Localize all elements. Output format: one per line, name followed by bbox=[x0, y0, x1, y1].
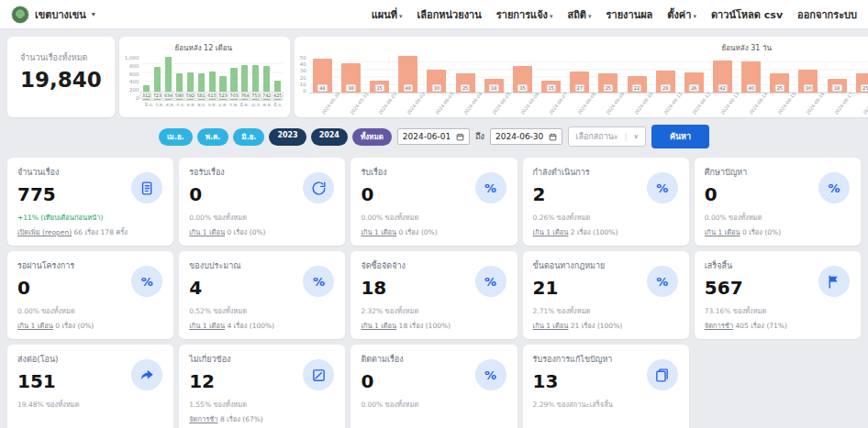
status-card-8: จัดซื้อจัดจ้าง18%2.32% ของทั้งหมดเกิน 1 … bbox=[351, 251, 517, 339]
filter-pill-6[interactable]: ทั้งหมด bbox=[352, 128, 392, 146]
x-tick-label: พ.ค. bbox=[263, 101, 273, 108]
menu-item-1[interactable]: แผนที่▾ bbox=[372, 6, 403, 23]
card-sub-rest: 2 เรื่อง (100%) bbox=[568, 228, 618, 236]
chart-31-days: 5040302010044381548302518351527252228264… bbox=[300, 55, 868, 112]
plot-area: 4438154830251835152725222826424025301825… bbox=[309, 55, 868, 93]
percent-icon: % bbox=[818, 172, 850, 203]
bar-value-label: 25 bbox=[775, 84, 785, 92]
calendar-icon bbox=[549, 133, 557, 141]
filter-pill-2[interactable]: พ.ค. bbox=[197, 128, 229, 146]
bar-2024-06-12: 26 bbox=[684, 72, 704, 93]
bar-2024-05-31: 38 bbox=[341, 63, 361, 93]
card-percentage: 2.71% ของทั้งหมด bbox=[533, 305, 679, 316]
search-button[interactable]: ค้นหา bbox=[651, 125, 709, 148]
bar-2024-06-13: 42 bbox=[713, 60, 732, 93]
status-card-5: ศึกษาปัญหา0%0.00% ของทั้งหมดเกิน 1 เดือน… bbox=[695, 158, 861, 246]
percent-icon: % bbox=[131, 266, 162, 297]
x-tick-label: 2024-06-03 bbox=[434, 91, 463, 122]
status-select-placeholder: เลือกสถานะ bbox=[575, 130, 618, 143]
status-select[interactable]: เลือกสถานะ | ∨ bbox=[568, 126, 646, 147]
x-tick-label: 2024-06-08 bbox=[576, 91, 606, 122]
card-sub-link[interactable]: จัดการช้า bbox=[189, 415, 217, 423]
x-axis: มิ.ย.ก.ค.ส.ค.ก.ย.ต.ค.พ.ย.ธ.ค.ม.ค.ก.พ.มี.… bbox=[145, 101, 283, 108]
x-tick-label: 2024-06-10 bbox=[633, 91, 662, 122]
status-card-4: กำลังดำเนินการ2%0.26% ของทั้งหมดเกิน 1 เ… bbox=[523, 158, 689, 246]
card-percentage: 2.32% ของทั้งหมด bbox=[361, 305, 506, 316]
bar-เม.ย.: 753 bbox=[252, 65, 259, 100]
card-subtext: เกิน 1 เดือน 4 เรื่อง (100%) bbox=[189, 320, 335, 331]
date-to-input[interactable]: 2024-06-30 bbox=[490, 128, 562, 145]
bar-value-label: 15 bbox=[374, 84, 384, 92]
card-sub-link[interactable]: เกิน 1 เดือน bbox=[533, 322, 569, 330]
card-sub-link[interactable]: เกิน 1 เดือน bbox=[533, 228, 569, 236]
card-sub-rest: 18 เรื่อง (100%) bbox=[396, 322, 451, 330]
card-sub-link[interactable]: เกิน 1 เดือน bbox=[17, 322, 53, 330]
card-percentage: 0.00% ของทั้งหมด bbox=[705, 212, 851, 223]
bar-2024-05-30: 44 bbox=[313, 59, 332, 93]
card-sub-link[interactable]: จัดการช้า bbox=[705, 322, 733, 330]
card-sub-rest: 0 เรื่อง (0%) bbox=[396, 228, 437, 236]
menu-item-6[interactable]: ตั้งค่า▾ bbox=[667, 6, 696, 23]
bar-2024-06-03: 30 bbox=[427, 70, 446, 93]
menu-item-3[interactable]: รายการแจ้ง▾ bbox=[496, 6, 553, 23]
y-tick-label: 30 bbox=[300, 68, 306, 73]
card-percentage: 0.00% ของทั้งหมด bbox=[17, 305, 163, 316]
bar-ส.ค.: 934 bbox=[165, 57, 172, 100]
card-sub-link[interactable]: เกิน 1 เดือน bbox=[705, 228, 740, 236]
menu-item-5[interactable]: รายงานผล bbox=[606, 6, 653, 23]
chart-12-months: 1,00080060040020003127239345905925816155… bbox=[125, 55, 283, 108]
bar-2024-06-10: 22 bbox=[628, 76, 647, 93]
bar-ก.ย.: 590 bbox=[176, 73, 183, 101]
bar-value-label: 38 bbox=[346, 84, 355, 92]
card-sub-rest: 0 เรื่อง (0%) bbox=[225, 228, 265, 236]
card-sub-link[interactable]: เปิดเพิ่ม (reopen) bbox=[17, 228, 72, 236]
date-from-input[interactable]: 2024-06-01 bbox=[397, 128, 470, 145]
menu-item-2[interactable]: เลือกหน่วยงาน bbox=[417, 6, 482, 23]
bar-ม.ค.: 523 bbox=[219, 76, 226, 100]
bar-value-label: 44 bbox=[317, 84, 327, 92]
bar-มิ.ย.: 425 bbox=[274, 81, 281, 100]
bar-2024-06-09: 25 bbox=[598, 73, 618, 93]
bar-value-label: 30 bbox=[432, 84, 441, 92]
card-subtext: เกิน 1 เดือน 18 เรื่อง (100%) bbox=[361, 320, 506, 331]
card-sub-link[interactable]: เกิน 1 เดือน bbox=[361, 322, 396, 330]
x-tick-label: ก.พ. bbox=[229, 101, 239, 108]
filter-pill-5[interactable]: 2024 bbox=[311, 128, 348, 146]
card-sub-rest: 405 เรื่อง (71%) bbox=[733, 322, 787, 330]
menu-item-8[interactable]: ออกจากระบบ bbox=[797, 6, 857, 23]
bar-2024-06-16: 30 bbox=[798, 70, 818, 93]
x-tick-label: 2024-06-09 bbox=[605, 91, 634, 122]
card-sub-link[interactable]: เกิน 1 เดือน bbox=[361, 228, 396, 236]
status-card-1: จำนวนเรื่อง775+11% (เทียบเดือนก่อนหน้า)เ… bbox=[7, 158, 173, 246]
chevron-down-icon: ▾ bbox=[92, 10, 95, 18]
y-tick-label: 0 bbox=[303, 88, 306, 93]
menu-item-7[interactable]: ดาวน์โหลด csv bbox=[711, 6, 783, 23]
filter-pill-4[interactable]: 2023 bbox=[269, 128, 306, 146]
menu-item-4[interactable]: สถิติ▾ bbox=[568, 6, 592, 23]
percent-icon: % bbox=[475, 266, 506, 297]
card-sub-link[interactable]: เกิน 1 เดือน bbox=[189, 322, 225, 330]
filter-bar: เม.ย.พ.ค.มิ.ย.20232024ทั้งหมด 2024-06-01… bbox=[7, 125, 861, 148]
card-subtext: เปิดเพิ่ม (reopen) 66 เรื่อง 178 ครั้ง bbox=[17, 226, 163, 237]
bar-value-label: 30 bbox=[804, 84, 813, 92]
org-selector[interactable]: เขตบางเขน ▾ bbox=[11, 5, 95, 24]
x-tick-label: มิ.ย. bbox=[145, 101, 153, 108]
card-percentage: 1.55% ของทั้งหมด bbox=[189, 399, 335, 410]
x-tick-label: 2024-06-04 bbox=[462, 91, 492, 122]
card-sub-link[interactable]: เกิน 1 เดือน bbox=[189, 228, 225, 236]
filter-pill-1[interactable]: เม.ย. bbox=[159, 128, 193, 146]
bar-value-label: 26 bbox=[689, 84, 698, 92]
calendar-icon bbox=[456, 133, 464, 141]
bar-2024-06-02: 48 bbox=[398, 56, 417, 93]
overview-row: จำนวนเรื่องทั้งหมด 19,840 ย้อนหลัง 12 เด… bbox=[7, 37, 861, 117]
x-tick-label: ส.ค. bbox=[166, 101, 175, 108]
x-tick-label: มิ.ย. bbox=[273, 101, 282, 108]
book-icon bbox=[647, 359, 678, 390]
filter-pill-3[interactable]: มิ.ย. bbox=[233, 128, 264, 146]
x-tick-label: 2024-06-01 bbox=[377, 91, 406, 122]
card-percentage: 0.00% ของทั้งหมด bbox=[361, 399, 506, 410]
bar-value-label: 48 bbox=[404, 84, 413, 92]
percent-icon: % bbox=[475, 172, 506, 203]
org-logo-icon bbox=[11, 5, 29, 24]
chart-31-days-card: ย้อนหลัง 31 วัน 504030201004438154830251… bbox=[295, 37, 868, 117]
